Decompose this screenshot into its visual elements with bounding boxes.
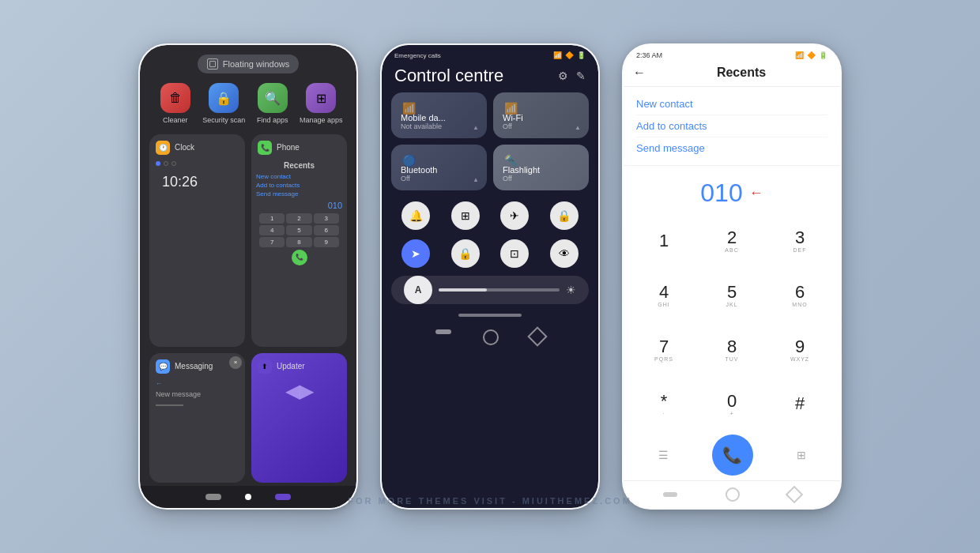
key-3[interactable]: 3 DEF bbox=[766, 214, 834, 269]
status-time: 2:36 AM bbox=[636, 51, 662, 59]
back-arrow-mini: ← bbox=[149, 377, 245, 390]
back-button[interactable]: ← bbox=[633, 66, 646, 80]
app-security[interactable]: 🔒 Security scan bbox=[202, 83, 247, 125]
bell-icon-btn[interactable]: 🔔 bbox=[401, 201, 430, 230]
nav2-home[interactable] bbox=[483, 329, 499, 345]
status-bar-light: 2:36 AM 📶 🔶 🔋 bbox=[624, 45, 840, 62]
updater-card: ⬆ Updater ◀▶ bbox=[251, 353, 347, 483]
new-contact-link[interactable]: New contact bbox=[636, 93, 827, 115]
location-icon-btn[interactable]: ➤ bbox=[401, 239, 430, 268]
key-9[interactable]: 9 WXYZ bbox=[766, 323, 834, 378]
key-4[interactable]: 4 GHI bbox=[630, 269, 698, 323]
close-messaging-btn[interactable]: × bbox=[229, 356, 242, 369]
control-tiles: 📶 Mobile da... Not available ▲ 📶 Wi-Fi O… bbox=[382, 92, 598, 197]
send-message-link[interactable]: Send message bbox=[636, 137, 827, 159]
phone1-bottom-bar bbox=[140, 486, 356, 508]
messaging-icon: 💬 bbox=[156, 359, 170, 374]
key-5[interactable]: 5 JKL bbox=[698, 269, 766, 323]
call-button[interactable]: 📞 bbox=[712, 434, 753, 476]
edit-icon[interactable]: ✎ bbox=[576, 70, 586, 82]
key-star-main: * bbox=[661, 393, 668, 410]
add-contacts-mini[interactable]: Add to contacts bbox=[256, 182, 342, 189]
new-contact-mini[interactable]: New contact bbox=[256, 173, 342, 180]
key-1[interactable]: 1 bbox=[630, 214, 698, 269]
key-0-sub: + bbox=[729, 411, 733, 416]
bluetooth-expand[interactable]: ▲ bbox=[471, 175, 481, 184]
app-cleaner[interactable]: 🗑 Cleaner bbox=[153, 83, 198, 125]
key-3[interactable]: 3 bbox=[314, 213, 339, 224]
nav-back[interactable] bbox=[205, 494, 221, 500]
key-2[interactable]: 2 ABC bbox=[698, 214, 766, 269]
tile-mobile-data[interactable]: 📶 Mobile da... Not available ▲ bbox=[391, 92, 487, 138]
phone1-apps-grid: 🗑 Cleaner 🔒 Security scan 🔍 Find apps ⊞ … bbox=[140, 73, 356, 131]
key-4[interactable]: 4 bbox=[259, 225, 285, 235]
key-0[interactable]: 0 + bbox=[698, 377, 766, 431]
airplane-icon-btn[interactable]: ✈ bbox=[500, 201, 529, 230]
control-centre-title: Control centre bbox=[394, 66, 503, 86]
key-star[interactable]: * · bbox=[630, 377, 698, 431]
add-to-contacts-link[interactable]: Add to contacts bbox=[636, 115, 827, 137]
app-manage[interactable]: ⊞ Manage apps bbox=[299, 83, 345, 125]
key-6[interactable]: 6 MNO bbox=[766, 269, 834, 323]
wifi-expand[interactable]: ▲ bbox=[573, 122, 582, 132]
key-7[interactable]: 7 PQRS bbox=[630, 323, 698, 378]
text-size-btn[interactable]: A bbox=[404, 276, 432, 304]
nav2-recent[interactable] bbox=[527, 326, 547, 346]
floating-windows-bar[interactable]: Floating windows bbox=[198, 55, 299, 73]
clock-dot-1 bbox=[156, 161, 160, 166]
rotation-lock-btn[interactable]: 🔒 bbox=[451, 239, 480, 268]
key-5[interactable]: 5 bbox=[286, 225, 311, 235]
new-message-label: New message bbox=[149, 390, 245, 401]
key-6-main: 6 bbox=[795, 284, 805, 301]
tile-flashlight[interactable]: 🔦 Flashlight Off bbox=[493, 145, 589, 190]
key-7[interactable]: 7 bbox=[259, 237, 285, 247]
fullscreen-icon-btn[interactable]: ⊡ bbox=[500, 239, 529, 268]
tile-wifi[interactable]: 📶 Wi-Fi Off ▲ bbox=[493, 92, 589, 138]
icon-row-2: ➤ 🔒 ⊡ 👁 bbox=[382, 235, 598, 273]
tile-bluetooth[interactable]: 🔵 Bluetooth Off ▲ bbox=[391, 145, 487, 190]
key-hash[interactable]: # bbox=[766, 377, 834, 431]
wifi-icon-light: 🔶 bbox=[807, 51, 816, 59]
phone3-screen: 2:36 AM 📶 🔶 🔋 ← Recents New contact Add … bbox=[624, 45, 840, 508]
battery-icon: 🔋 bbox=[577, 51, 586, 59]
key-9[interactable]: 9 bbox=[314, 237, 339, 247]
nav-recent[interactable] bbox=[275, 494, 291, 500]
clock-card-name: Clock bbox=[175, 143, 194, 152]
mobile-data-expand[interactable]: ▲ bbox=[471, 122, 481, 132]
lock-icon-btn[interactable]: 🔒 bbox=[550, 201, 579, 230]
nav2-back[interactable] bbox=[435, 329, 451, 334]
key-8[interactable]: 8 TUV bbox=[698, 323, 766, 378]
phone-card-header: 📞 Phone bbox=[251, 134, 347, 158]
bluetooth-label: Bluetooth bbox=[401, 165, 437, 175]
phone-card-name: Phone bbox=[277, 143, 300, 152]
key-8[interactable]: 8 bbox=[286, 237, 311, 247]
updater-icon: ⬆ bbox=[258, 359, 272, 374]
recents-header: ← Recents bbox=[624, 62, 840, 87]
app-findapps[interactable]: 🔍 Find apps bbox=[250, 83, 296, 125]
brightness-bar[interactable] bbox=[439, 288, 560, 292]
nav3-back[interactable] bbox=[663, 492, 677, 497]
keypad-icon-btn[interactable]: ⊞ bbox=[797, 449, 806, 461]
menu-icon-btn[interactable]: ☰ bbox=[658, 449, 669, 461]
nav3-home[interactable] bbox=[726, 487, 740, 502]
nav-home[interactable] bbox=[245, 494, 251, 500]
key-3-main: 3 bbox=[795, 229, 805, 246]
eye-icon-btn[interactable]: 👁 bbox=[550, 239, 579, 268]
grid-icon-btn[interactable]: ⊞ bbox=[451, 201, 480, 230]
floating-windows-label: Floating windows bbox=[223, 59, 289, 69]
backspace-button[interactable]: ← bbox=[749, 185, 763, 201]
key-6[interactable]: 6 bbox=[314, 225, 339, 235]
flashlight-text: Flashlight Off bbox=[503, 165, 540, 182]
settings-icon[interactable]: ⚙ bbox=[558, 70, 568, 82]
brightness-slider[interactable]: A ☀ bbox=[391, 276, 589, 304]
send-message-mini[interactable]: Send message bbox=[256, 190, 342, 198]
updater-card-name: Updater bbox=[277, 362, 305, 371]
clock-app-icon: 🕐 bbox=[156, 141, 170, 155]
nav3-recent[interactable] bbox=[785, 486, 803, 504]
key-2[interactable]: 2 bbox=[286, 213, 311, 224]
findapps-icon: 🔍 bbox=[258, 83, 288, 113]
call-btn-mini[interactable]: 📞 bbox=[292, 250, 307, 265]
home-indicator bbox=[458, 314, 522, 317]
key-star-sub: · bbox=[663, 411, 665, 416]
key-1[interactable]: 1 bbox=[259, 213, 285, 224]
